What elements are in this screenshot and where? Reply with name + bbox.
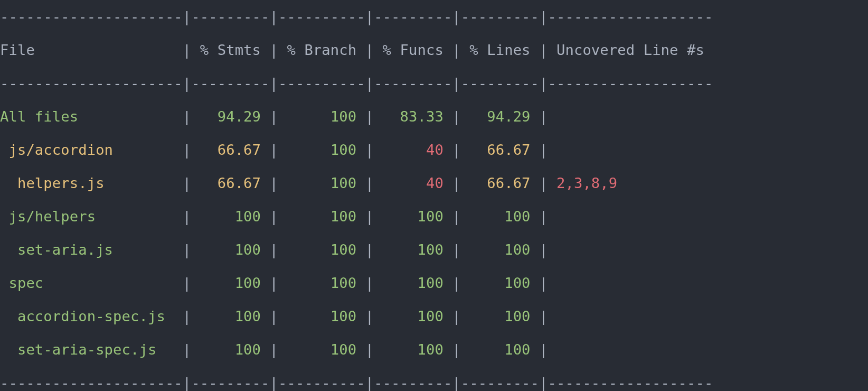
coverage-file-name: All files [0, 108, 183, 125]
coverage-uncovered [548, 241, 713, 258]
coverage-branch: 100 [278, 108, 365, 125]
col-header-funcs: % Funcs [374, 42, 452, 58]
coverage-uncovered [548, 275, 713, 291]
coverage-lines: 100 [461, 208, 539, 225]
coverage-file-name: spec [0, 275, 183, 291]
col-header-stmts: % Stmts [191, 42, 269, 58]
coverage-file-name: accordion-spec.js [0, 308, 183, 324]
coverage-file-name: js/helpers [0, 208, 183, 225]
table-separator: ---------------------|---------|--------… [0, 75, 713, 91]
coverage-table: ---------------------|---------|--------… [0, 0, 868, 391]
coverage-stmts: 100 [191, 241, 269, 258]
col-header-uncovered: Uncovered Line #s [548, 42, 713, 58]
coverage-lines: 100 [461, 275, 539, 291]
coverage-funcs: 83.33 [374, 108, 452, 125]
col-header-branch: % Branch [278, 42, 365, 58]
coverage-stmts: 100 [191, 275, 269, 291]
coverage-funcs: 100 [374, 241, 452, 258]
coverage-lines: 100 [461, 308, 539, 324]
coverage-uncovered [548, 208, 713, 225]
coverage-file-name: helpers.js [0, 175, 183, 191]
coverage-branch: 100 [278, 175, 365, 191]
coverage-file-name: set-aria-spec.js [0, 341, 183, 358]
coverage-funcs: 100 [374, 308, 452, 324]
coverage-branch: 100 [278, 308, 365, 324]
coverage-stmts: 100 [191, 341, 269, 358]
coverage-uncovered [548, 108, 713, 125]
coverage-stmts: 66.67 [191, 175, 269, 191]
coverage-file-name: set-aria.js [0, 241, 183, 258]
coverage-uncovered [548, 308, 713, 324]
coverage-lines: 66.67 [461, 175, 539, 191]
coverage-branch: 100 [278, 275, 365, 291]
coverage-branch: 100 [278, 341, 365, 358]
coverage-funcs: 100 [374, 341, 452, 358]
coverage-lines: 94.29 [461, 108, 539, 125]
table-separator: ---------------------|---------|--------… [0, 8, 713, 25]
coverage-lines: 100 [461, 241, 539, 258]
coverage-funcs: 100 [374, 208, 452, 225]
table-separator: ---------------------|---------|--------… [0, 375, 713, 391]
coverage-uncovered: 2,3,8,9 [548, 175, 713, 191]
coverage-stmts: 66.67 [191, 142, 269, 158]
coverage-funcs: 40 [374, 175, 452, 191]
coverage-lines: 66.67 [461, 142, 539, 158]
coverage-stmts: 100 [191, 308, 269, 324]
coverage-branch: 100 [278, 208, 365, 225]
coverage-lines: 100 [461, 341, 539, 358]
coverage-funcs: 40 [374, 142, 452, 158]
coverage-funcs: 100 [374, 275, 452, 291]
coverage-stmts: 94.29 [191, 108, 269, 125]
coverage-branch: 100 [278, 241, 365, 258]
coverage-uncovered [548, 341, 713, 358]
coverage-uncovered [548, 142, 713, 158]
coverage-branch: 100 [278, 142, 365, 158]
coverage-file-name: js/accordion [0, 142, 183, 158]
coverage-stmts: 100 [191, 208, 269, 225]
col-header-lines: % Lines [461, 42, 539, 58]
col-header-file: File [0, 42, 183, 58]
